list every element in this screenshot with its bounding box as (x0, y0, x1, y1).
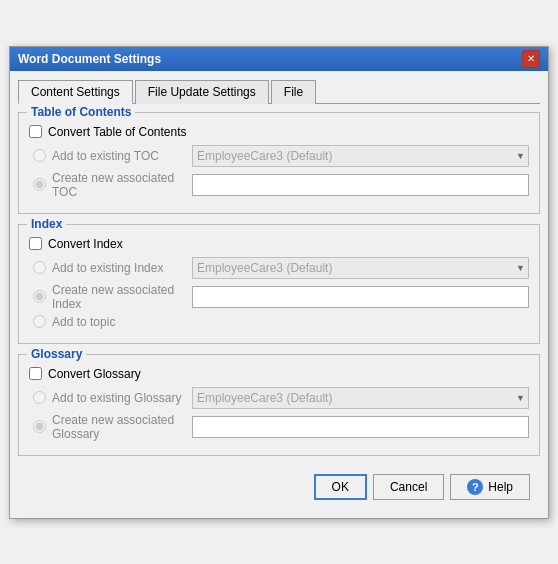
index-dropdown[interactable]: EmployeeCare3 (Default) (192, 257, 529, 279)
dialog-body: Content Settings File Update Settings Fi… (10, 71, 548, 518)
toc-convert-checkbox[interactable] (29, 125, 42, 138)
glossary-dropdown[interactable]: EmployeeCare3 (Default) (192, 387, 529, 409)
toc-add-existing-label: Add to existing TOC (52, 149, 192, 163)
glossary-section: Glossary Convert Glossary Add to existin… (18, 354, 540, 456)
cancel-button[interactable]: Cancel (373, 474, 444, 500)
index-add-existing-label: Add to existing Index (52, 261, 192, 275)
glossary-add-existing-radio[interactable] (33, 391, 46, 404)
tabs: Content Settings File Update Settings Fi… (18, 79, 540, 104)
index-add-existing-row: Add to existing Index EmployeeCare3 (Def… (33, 257, 529, 279)
toc-create-new-input[interactable] (192, 174, 529, 196)
glossary-legend: Glossary (27, 347, 86, 361)
toc-create-new-radio[interactable] (33, 178, 46, 191)
index-create-new-input[interactable] (192, 286, 529, 308)
index-dropdown-wrapper: EmployeeCare3 (Default) (192, 257, 529, 279)
toc-dropdown-wrapper: EmployeeCare3 (Default) (192, 145, 529, 167)
glossary-convert-label: Convert Glossary (48, 367, 141, 381)
tab-file[interactable]: File (271, 80, 316, 104)
toc-dropdown[interactable]: EmployeeCare3 (Default) (192, 145, 529, 167)
index-convert-checkbox[interactable] (29, 237, 42, 250)
glossary-dropdown-wrapper: EmployeeCare3 (Default) (192, 387, 529, 409)
toc-create-new-label: Create new associated TOC (52, 171, 192, 199)
index-add-topic-label: Add to topic (52, 315, 115, 329)
index-content: Convert Index Add to existing Index Empl… (29, 237, 529, 329)
index-convert-row: Convert Index (29, 237, 529, 251)
index-radio-group: Add to existing Index EmployeeCare3 (Def… (33, 257, 529, 329)
tab-content-settings[interactable]: Content Settings (18, 80, 133, 104)
glossary-radio-group: Add to existing Glossary EmployeeCare3 (… (33, 387, 529, 441)
index-create-new-row: Create new associated Index (33, 283, 529, 311)
index-convert-label: Convert Index (48, 237, 123, 251)
toc-content: Convert Table of Contents Add to existin… (29, 125, 529, 199)
glossary-add-existing-row: Add to existing Glossary EmployeeCare3 (… (33, 387, 529, 409)
toc-create-new-row: Create new associated TOC (33, 171, 529, 199)
toc-add-existing-row: Add to existing TOC EmployeeCare3 (Defau… (33, 145, 529, 167)
index-add-topic-radio[interactable] (33, 315, 46, 328)
index-create-new-label: Create new associated Index (52, 283, 192, 311)
glossary-add-existing-label: Add to existing Glossary (52, 391, 192, 405)
help-icon: ? (467, 479, 483, 495)
glossary-create-new-label: Create new associated Glossary (52, 413, 192, 441)
glossary-convert-checkbox[interactable] (29, 367, 42, 380)
dialog-window: Word Document Settings ✕ Content Setting… (9, 46, 549, 519)
toc-legend: Table of Contents (27, 105, 135, 119)
title-bar: Word Document Settings ✕ (10, 47, 548, 71)
index-add-existing-radio[interactable] (33, 261, 46, 274)
glossary-create-new-row: Create new associated Glossary (33, 413, 529, 441)
index-add-topic-row: Add to topic (33, 315, 529, 329)
glossary-create-new-input[interactable] (192, 416, 529, 438)
index-section: Index Convert Index Add to existing Inde… (18, 224, 540, 344)
index-legend: Index (27, 217, 66, 231)
window-title: Word Document Settings (18, 52, 161, 66)
glossary-content: Convert Glossary Add to existing Glossar… (29, 367, 529, 441)
tab-file-update-settings[interactable]: File Update Settings (135, 80, 269, 104)
toc-add-existing-radio[interactable] (33, 149, 46, 162)
dialog-footer: OK Cancel ? Help (18, 466, 540, 510)
toc-section: Table of Contents Convert Table of Conte… (18, 112, 540, 214)
index-create-new-radio[interactable] (33, 290, 46, 303)
toc-radio-group: Add to existing TOC EmployeeCare3 (Defau… (33, 145, 529, 199)
glossary-convert-row: Convert Glossary (29, 367, 529, 381)
toc-convert-row: Convert Table of Contents (29, 125, 529, 139)
toc-convert-label: Convert Table of Contents (48, 125, 187, 139)
ok-button[interactable]: OK (314, 474, 367, 500)
glossary-create-new-radio[interactable] (33, 420, 46, 433)
help-button[interactable]: ? Help (450, 474, 530, 500)
close-button[interactable]: ✕ (522, 50, 540, 68)
